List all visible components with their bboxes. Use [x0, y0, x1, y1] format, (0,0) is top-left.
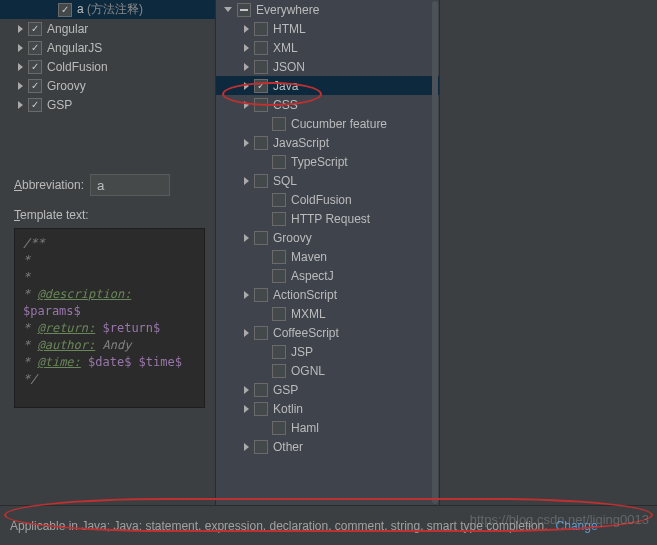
- tree-item-angular[interactable]: Angular: [0, 19, 215, 38]
- checkbox[interactable]: [237, 3, 251, 17]
- context-item-label: GSP: [273, 383, 298, 397]
- context-item-gsp[interactable]: GSP: [216, 380, 439, 399]
- checkbox[interactable]: [254, 22, 268, 36]
- expand-arrow-icon[interactable]: [18, 63, 23, 71]
- context-item-label: JavaScript: [273, 136, 329, 150]
- checkbox[interactable]: [272, 364, 286, 378]
- expand-arrow-icon[interactable]: [244, 329, 249, 337]
- tree-item-a[interactable]: a (方法注释): [0, 0, 215, 19]
- tree-item-coldfusion[interactable]: ColdFusion: [0, 57, 215, 76]
- tree-item-groovy[interactable]: Groovy: [0, 76, 215, 95]
- context-item-coffeescript[interactable]: CoffeeScript: [216, 323, 439, 342]
- expand-arrow-icon[interactable]: [244, 177, 249, 185]
- checkbox[interactable]: [254, 326, 268, 340]
- context-item-actionscript[interactable]: ActionScript: [216, 285, 439, 304]
- checkbox[interactable]: [254, 383, 268, 397]
- collapse-arrow-icon[interactable]: [224, 7, 232, 12]
- context-item-everywhere[interactable]: Everywhere: [216, 0, 439, 19]
- context-item-xml[interactable]: XML: [216, 38, 439, 57]
- checkbox[interactable]: [254, 136, 268, 150]
- expand-arrow-icon[interactable]: [244, 44, 249, 52]
- change-contexts-link[interactable]: Change: [556, 519, 598, 533]
- context-item-label: Java: [273, 79, 298, 93]
- expand-arrow-icon[interactable]: [244, 63, 249, 71]
- context-item-jsp[interactable]: JSP: [216, 342, 439, 361]
- context-item-mxml[interactable]: MXML: [216, 304, 439, 323]
- expand-arrow-icon[interactable]: [244, 82, 249, 90]
- context-item-label: TypeScript: [291, 155, 348, 169]
- expand-arrow-icon[interactable]: [244, 139, 249, 147]
- checkbox[interactable]: [272, 345, 286, 359]
- expand-arrow-icon[interactable]: [244, 405, 249, 413]
- checkbox[interactable]: [254, 41, 268, 55]
- checkbox[interactable]: [28, 60, 42, 74]
- context-item-css[interactable]: CSS: [216, 95, 439, 114]
- checkbox[interactable]: [254, 60, 268, 74]
- checkbox[interactable]: [254, 231, 268, 245]
- context-item-aspectj[interactable]: AspectJ: [216, 266, 439, 285]
- checkbox[interactable]: [28, 22, 42, 36]
- context-item-sql[interactable]: SQL: [216, 171, 439, 190]
- checkbox[interactable]: [272, 155, 286, 169]
- expand-arrow-icon[interactable]: [244, 291, 249, 299]
- checkbox[interactable]: [272, 193, 286, 207]
- tree-item-angularjs[interactable]: AngularJS: [0, 38, 215, 57]
- expand-arrow-icon[interactable]: [244, 101, 249, 109]
- checkbox[interactable]: [254, 174, 268, 188]
- checkbox[interactable]: [28, 98, 42, 112]
- context-item-coldfusion[interactable]: ColdFusion: [216, 190, 439, 209]
- checkbox[interactable]: [254, 440, 268, 454]
- context-item-java[interactable]: Java: [216, 76, 439, 95]
- context-item-http-request[interactable]: HTTP Request: [216, 209, 439, 228]
- expand-arrow-icon[interactable]: [18, 25, 23, 33]
- checkbox[interactable]: [272, 212, 286, 226]
- context-item-label: MXML: [291, 307, 326, 321]
- template-text-editor[interactable]: /** * * * @description:$params$ * @retur…: [14, 228, 205, 408]
- context-item-typescript[interactable]: TypeScript: [216, 152, 439, 171]
- context-item-cucumber-feature[interactable]: Cucumber feature: [216, 114, 439, 133]
- context-item-ognl[interactable]: OGNL: [216, 361, 439, 380]
- tree-item-label: Groovy: [47, 79, 86, 93]
- checkbox[interactable]: [254, 288, 268, 302]
- checkbox[interactable]: [254, 98, 268, 112]
- context-item-kotlin[interactable]: Kotlin: [216, 399, 439, 418]
- context-tree-popup: EverywhereHTMLXMLJSONJavaCSSCucumber fea…: [215, 0, 440, 505]
- context-item-label: ColdFusion: [291, 193, 352, 207]
- context-item-label: ActionScript: [273, 288, 337, 302]
- expand-arrow-icon[interactable]: [244, 386, 249, 394]
- abbreviation-input[interactable]: [90, 174, 170, 196]
- context-item-label: Maven: [291, 250, 327, 264]
- expand-arrow-icon[interactable]: [18, 44, 23, 52]
- checkbox[interactable]: [272, 117, 286, 131]
- checkbox[interactable]: [272, 421, 286, 435]
- checkbox[interactable]: [28, 41, 42, 55]
- checkbox[interactable]: [272, 269, 286, 283]
- expand-arrow-icon[interactable]: [244, 25, 249, 33]
- checkbox[interactable]: [254, 79, 268, 93]
- context-item-maven[interactable]: Maven: [216, 247, 439, 266]
- context-item-javascript[interactable]: JavaScript: [216, 133, 439, 152]
- checkbox[interactable]: [272, 307, 286, 321]
- expand-arrow-icon[interactable]: [244, 234, 249, 242]
- checkbox[interactable]: [254, 402, 268, 416]
- context-item-haml[interactable]: Haml: [216, 418, 439, 437]
- expand-arrow-icon[interactable]: [18, 82, 23, 90]
- tree-item-gsp[interactable]: GSP: [0, 95, 215, 114]
- checkbox[interactable]: [58, 3, 72, 17]
- context-item-label: Haml: [291, 421, 319, 435]
- templates-tree: a (方法注释)AngularAngularJSColdFusionGroovy…: [0, 0, 215, 545]
- context-item-label: Kotlin: [273, 402, 303, 416]
- abbreviation-label: Abbreviation:: [14, 178, 84, 192]
- context-item-label: CSS: [273, 98, 298, 112]
- expand-arrow-icon[interactable]: [244, 443, 249, 451]
- checkbox[interactable]: [272, 250, 286, 264]
- template-text-label: Template text:: [14, 208, 205, 222]
- context-item-json[interactable]: JSON: [216, 57, 439, 76]
- context-item-other[interactable]: Other: [216, 437, 439, 456]
- checkbox[interactable]: [28, 79, 42, 93]
- context-item-label: HTML: [273, 22, 306, 36]
- context-item-label: Other: [273, 440, 303, 454]
- context-item-groovy[interactable]: Groovy: [216, 228, 439, 247]
- context-item-html[interactable]: HTML: [216, 19, 439, 38]
- expand-arrow-icon[interactable]: [18, 101, 23, 109]
